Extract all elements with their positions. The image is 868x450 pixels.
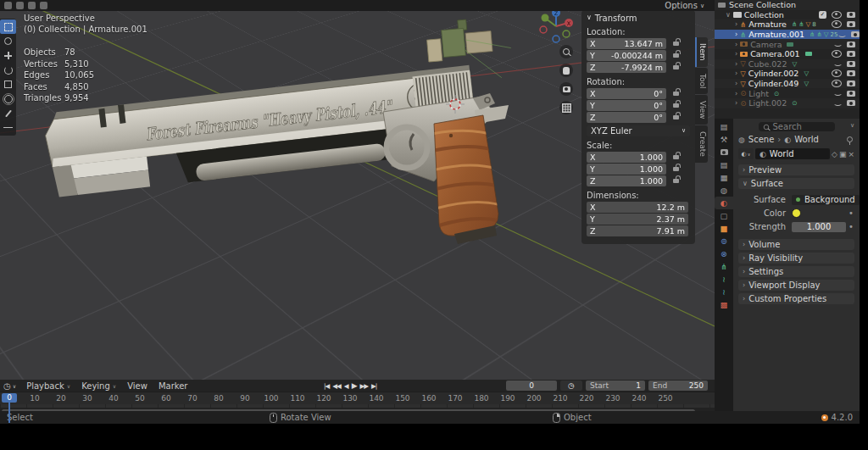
color-swatch[interactable] xyxy=(792,208,801,218)
gizmo-minus-x-axis[interactable] xyxy=(540,26,547,33)
menu-view[interactable]: View xyxy=(127,381,147,391)
frame-ruler[interactable]: 0 10 20 30 40 50 60 70 80 90 100 110 120… xyxy=(0,392,715,404)
ortho-toggle-button[interactable] xyxy=(559,101,573,114)
snap-icon[interactable] xyxy=(40,2,47,9)
render-visibility-icon[interactable] xyxy=(847,21,855,27)
outliner-item-cylinder-049[interactable]: › ▽ Cylinder.049 ▽ xyxy=(715,79,860,89)
eye-open-icon[interactable] xyxy=(832,50,842,58)
eye-closed-icon[interactable] xyxy=(833,61,842,66)
tab-bone-constraint-properties[interactable]: ≀ xyxy=(715,286,733,298)
tab-bone-properties[interactable]: ≀ xyxy=(715,273,733,286)
lock-icon[interactable] xyxy=(673,103,679,108)
expand-icon[interactable]: › xyxy=(735,90,737,97)
camera-view-button[interactable] xyxy=(559,82,573,96)
tab-output-properties[interactable]: ▤ xyxy=(715,158,733,171)
expand-icon[interactable]: › xyxy=(735,31,737,38)
current-frame-marker[interactable]: 0 xyxy=(2,393,17,403)
outliner-item-camera[interactable]: › Camera xyxy=(715,39,860,49)
render-visibility-icon[interactable] xyxy=(847,12,855,18)
panel-ray-visibility[interactable]: › Ray Visibility xyxy=(738,253,854,264)
eye-open-icon[interactable] xyxy=(832,69,842,77)
tab-scene-properties[interactable]: ◍ xyxy=(715,184,733,197)
timeline-editor-type-button[interactable]: ◷ ∨ xyxy=(3,381,16,391)
eye-open-icon[interactable] xyxy=(832,80,842,87)
render-visibility-icon[interactable] xyxy=(847,91,855,97)
outliner-item-camera-001[interactable]: › Camera.001 xyxy=(715,49,860,59)
menu-marker[interactable]: Marker xyxy=(159,381,188,391)
panel-preview[interactable]: › Preview xyxy=(738,164,854,175)
frame-end-field[interactable]: End250 xyxy=(648,381,708,391)
tab-view-layer-properties[interactable]: ▦ xyxy=(715,171,733,184)
collection-checkbox[interactable]: ✓ xyxy=(819,11,826,19)
panel-volume[interactable]: › Volume xyxy=(738,239,854,250)
tab-object-data-properties[interactable]: ⋔ xyxy=(715,260,733,273)
gizmo-y-axis[interactable] xyxy=(542,14,549,22)
3d-viewport[interactable]: Forest Firearms "Heavy Pistol, .44" xyxy=(0,0,715,380)
browse-world-button[interactable]: ◐∨ xyxy=(738,148,754,159)
render-visibility-icon[interactable] xyxy=(847,100,855,106)
location-x-field[interactable]: X13.647 m xyxy=(587,38,666,49)
dimensions-z-field[interactable]: Z7.91 m xyxy=(587,225,688,236)
render-visibility-icon[interactable] xyxy=(851,31,860,37)
rotation-x-field[interactable]: X0° xyxy=(587,88,666,99)
panel-surface[interactable]: ∨ Surface xyxy=(738,178,854,189)
expand-icon[interactable]: › xyxy=(735,69,737,77)
tab-texture-properties[interactable]: ▩ xyxy=(715,298,733,311)
new-copy-icon[interactable]: ▣ xyxy=(839,150,847,158)
jump-to-start-button[interactable]: |◀ xyxy=(324,382,329,390)
transform-panel-header[interactable]: ∨ Transform xyxy=(587,14,690,23)
cursor-tool[interactable] xyxy=(0,34,16,48)
lock-icon[interactable] xyxy=(673,53,679,58)
tab-object-properties[interactable]: ■ xyxy=(715,222,733,235)
rotation-y-field[interactable]: Y0° xyxy=(587,100,666,111)
panel-viewport-display[interactable]: › Viewport Display xyxy=(738,280,854,291)
menu-playback[interactable]: Playback∨ xyxy=(26,381,70,391)
lock-icon[interactable] xyxy=(673,179,679,183)
eye-closed-icon[interactable] xyxy=(833,101,842,106)
render-visibility-icon[interactable] xyxy=(847,81,855,86)
tab-constraints-properties[interactable]: ⊗ xyxy=(715,247,733,260)
outliner-item-cylinder-002[interactable]: › ▽ Cylinder.002 ▽ xyxy=(715,69,860,79)
collection-row[interactable]: ∨ Collection ✓ xyxy=(715,10,860,20)
annotate-tool[interactable] xyxy=(0,106,16,120)
play-reverse-button[interactable]: ◀ xyxy=(344,382,348,390)
outliner-item-light[interactable]: › ⊙ Light ⊙ xyxy=(715,88,860,98)
tab-tool[interactable]: Tool xyxy=(695,68,708,94)
tab-world-properties[interactable]: ◐ xyxy=(715,197,733,209)
scale-y-field[interactable]: Y1.000 xyxy=(587,164,666,175)
tab-physics-properties[interactable]: ⊚ xyxy=(715,235,733,247)
outliner-item-light-002[interactable]: › ⊙ Light.002 ⊙ xyxy=(715,98,860,108)
lock-icon[interactable] xyxy=(673,42,679,46)
options-button[interactable]: Options ∨ xyxy=(665,0,704,11)
gizmo-minus-z-axis[interactable] xyxy=(553,36,559,42)
filter-dropdown[interactable]: ∨ xyxy=(850,122,854,129)
transform-tool[interactable] xyxy=(0,92,16,106)
lock-icon[interactable] xyxy=(673,65,679,69)
menu-keying[interactable]: Keying∨ xyxy=(81,381,116,391)
pistol-frame[interactable] xyxy=(383,93,514,244)
tab-tool-properties[interactable]: ⚒ xyxy=(715,133,733,146)
use-preview-range-button[interactable]: ◷ xyxy=(560,381,582,391)
next-keyframe-button[interactable]: ▶▶ xyxy=(360,382,369,390)
eye-closed-icon[interactable] xyxy=(833,91,842,96)
expand-icon[interactable]: › xyxy=(735,50,737,58)
properties-editor-selector[interactable]: ▤ xyxy=(715,120,733,133)
world-name-field[interactable]: ◐ World xyxy=(755,148,830,159)
panel-custom-properties[interactable]: › Custom Properties xyxy=(738,293,854,304)
expand-icon[interactable]: › xyxy=(735,20,737,28)
outliner-item-armature-001[interactable]: › ⋔ Armature.001 ⋔⋔▽25 xyxy=(715,30,860,40)
eye-open-icon[interactable] xyxy=(832,20,842,28)
mode-icon[interactable] xyxy=(16,2,24,9)
current-frame-field[interactable]: 0 xyxy=(506,381,557,391)
lock-icon[interactable] xyxy=(673,92,679,96)
expand-icon[interactable]: › xyxy=(735,80,737,87)
location-z-field[interactable]: Z-7.9924 m xyxy=(587,62,666,73)
scale-z-field[interactable]: Z1.000 xyxy=(587,175,666,186)
tab-collection-properties[interactable]: ▢ xyxy=(715,209,733,222)
zoom-button[interactable] xyxy=(559,45,573,58)
tab-item[interactable]: Item xyxy=(695,37,708,67)
outliner-item-cube-022[interactable]: › ▽ Cube.022 ▽ xyxy=(715,59,860,69)
eye-closed-icon[interactable] xyxy=(837,32,846,37)
pin-icon[interactable] xyxy=(847,135,853,144)
render-visibility-icon[interactable] xyxy=(847,70,855,76)
